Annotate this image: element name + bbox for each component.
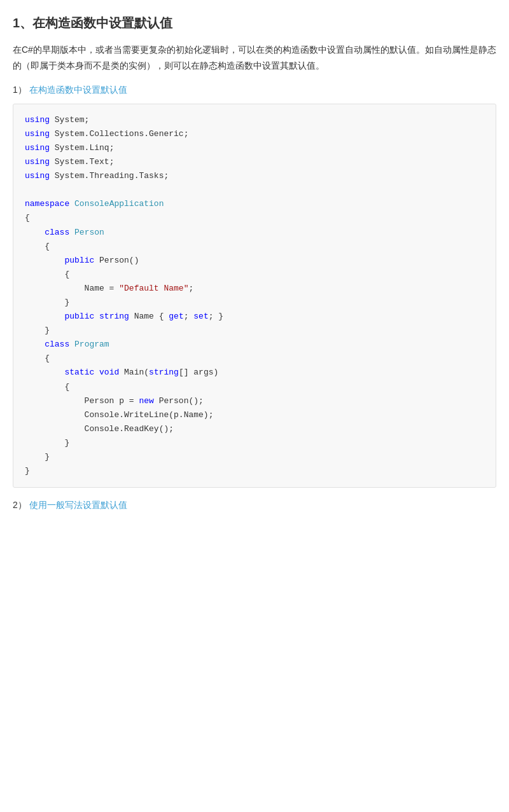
sub-item-2-prefix: 2） <box>13 500 27 510</box>
sub-item-2-label: 2） 使用一般写法设置默认值 <box>13 498 496 512</box>
description: 在C#的早期版本中，或者当需要更复杂的初始化逻辑时，可以在类的构造函数中设置自动… <box>13 42 496 74</box>
page-container: 1、在构造函数中设置默认值 在C#的早期版本中，或者当需要更复杂的初始化逻辑时，… <box>13 13 496 513</box>
sub-item-1-prefix: 1） <box>13 85 27 95</box>
code-block: using System; using System.Collections.G… <box>13 104 496 488</box>
sub-item-1-label: 1） 在构造函数中设置默认值 <box>13 83 496 97</box>
main-title: 1、在构造函数中设置默认值 <box>13 13 496 33</box>
sub-item-2-link[interactable]: 使用一般写法设置默认值 <box>29 500 127 510</box>
sub-item-1-link[interactable]: 在构造函数中设置默认值 <box>29 85 127 95</box>
